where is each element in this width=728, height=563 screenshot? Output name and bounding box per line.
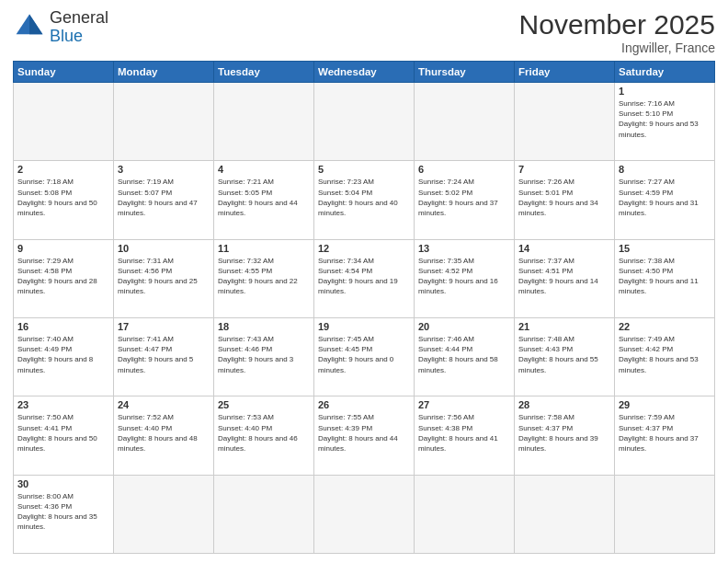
- header: General Blue November 2025 Ingwiller, Fr…: [13, 9, 715, 55]
- day-info: Sunrise: 7:21 AMSunset: 5:05 PMDaylight:…: [218, 177, 310, 218]
- day-cell: [114, 83, 214, 161]
- day-number: 29: [619, 399, 711, 410]
- weekday-saturday: Saturday: [615, 62, 715, 83]
- week-row-1: 2Sunrise: 7:18 AMSunset: 5:08 PMDaylight…: [14, 161, 715, 239]
- day-cell: 23Sunrise: 7:50 AMSunset: 4:41 PMDayligh…: [14, 396, 114, 475]
- day-number: 2: [17, 164, 109, 175]
- week-row-4: 23Sunrise: 7:50 AMSunset: 4:41 PMDayligh…: [14, 396, 715, 475]
- logo-text: General Blue: [50, 9, 108, 46]
- day-cell: 8Sunrise: 7:27 AMSunset: 4:59 PMDaylight…: [615, 161, 715, 239]
- day-cell: 20Sunrise: 7:46 AMSunset: 4:44 PMDayligh…: [415, 317, 515, 396]
- day-number: 30: [17, 478, 109, 489]
- day-number: 11: [218, 243, 310, 254]
- day-info: Sunrise: 7:19 AMSunset: 5:07 PMDaylight:…: [118, 177, 210, 218]
- day-cell: 12Sunrise: 7:34 AMSunset: 4:54 PMDayligh…: [314, 239, 415, 317]
- day-cell: 2Sunrise: 7:18 AMSunset: 5:08 PMDaylight…: [14, 161, 114, 239]
- day-cell: [515, 475, 615, 553]
- day-cell: 21Sunrise: 7:48 AMSunset: 4:43 PMDayligh…: [515, 317, 615, 396]
- day-number: 20: [418, 321, 510, 332]
- day-info: Sunrise: 7:40 AMSunset: 4:49 PMDaylight:…: [17, 334, 109, 375]
- day-info: Sunrise: 7:46 AMSunset: 4:44 PMDaylight:…: [418, 334, 510, 375]
- day-info: Sunrise: 7:43 AMSunset: 4:46 PMDaylight:…: [218, 334, 310, 375]
- day-cell: [214, 475, 314, 553]
- day-number: 24: [118, 399, 210, 410]
- day-info: Sunrise: 7:59 AMSunset: 4:37 PMDaylight:…: [619, 412, 711, 454]
- weekday-monday: Monday: [114, 62, 214, 83]
- day-cell: 28Sunrise: 7:58 AMSunset: 4:37 PMDayligh…: [515, 396, 615, 475]
- day-number: 12: [318, 243, 410, 254]
- svg-marker-1: [29, 14, 42, 34]
- day-number: 4: [218, 164, 310, 175]
- day-number: 17: [118, 321, 210, 332]
- day-info: Sunrise: 7:16 AMSunset: 5:10 PMDaylight:…: [619, 98, 711, 140]
- month-year-title: November 2025: [519, 9, 715, 40]
- day-number: 23: [17, 399, 109, 410]
- page: General Blue November 2025 Ingwiller, Fr…: [0, 0, 728, 563]
- day-cell: 24Sunrise: 7:52 AMSunset: 4:40 PMDayligh…: [114, 396, 214, 475]
- day-cell: 19Sunrise: 7:45 AMSunset: 4:45 PMDayligh…: [314, 317, 415, 396]
- day-number: 27: [418, 399, 510, 410]
- day-number: 15: [619, 243, 711, 254]
- day-cell: 7Sunrise: 7:26 AMSunset: 5:01 PMDaylight…: [515, 161, 615, 239]
- weekday-wednesday: Wednesday: [314, 62, 415, 83]
- day-cell: 25Sunrise: 7:53 AMSunset: 4:40 PMDayligh…: [214, 396, 314, 475]
- weekday-sunday: Sunday: [14, 62, 114, 83]
- logo-blue: Blue: [50, 28, 108, 46]
- day-cell: [214, 83, 314, 161]
- day-info: Sunrise: 7:50 AMSunset: 4:41 PMDaylight:…: [17, 412, 109, 454]
- day-cell: 27Sunrise: 7:56 AMSunset: 4:38 PMDayligh…: [415, 396, 515, 475]
- week-row-2: 9Sunrise: 7:29 AMSunset: 4:58 PMDaylight…: [14, 239, 715, 317]
- day-cell: 5Sunrise: 7:23 AMSunset: 5:04 PMDaylight…: [314, 161, 415, 239]
- day-number: 8: [619, 164, 711, 175]
- weekday-thursday: Thursday: [415, 62, 515, 83]
- day-number: 28: [518, 399, 610, 410]
- day-info: Sunrise: 7:18 AMSunset: 5:08 PMDaylight:…: [17, 177, 109, 218]
- day-cell: 22Sunrise: 7:49 AMSunset: 4:42 PMDayligh…: [615, 317, 715, 396]
- day-cell: 18Sunrise: 7:43 AMSunset: 4:46 PMDayligh…: [214, 317, 314, 396]
- day-info: Sunrise: 7:38 AMSunset: 4:50 PMDaylight:…: [619, 256, 711, 297]
- day-number: 21: [518, 321, 610, 332]
- day-info: Sunrise: 7:53 AMSunset: 4:40 PMDaylight:…: [218, 412, 310, 454]
- location-subtitle: Ingwiller, France: [519, 40, 715, 55]
- day-info: Sunrise: 7:32 AMSunset: 4:55 PMDaylight:…: [218, 256, 310, 297]
- day-cell: 6Sunrise: 7:24 AMSunset: 5:02 PMDaylight…: [415, 161, 515, 239]
- day-number: 14: [518, 243, 610, 254]
- logo: General Blue: [13, 9, 108, 46]
- day-cell: 29Sunrise: 7:59 AMSunset: 4:37 PMDayligh…: [615, 396, 715, 475]
- title-block: November 2025 Ingwiller, France: [519, 9, 715, 55]
- day-info: Sunrise: 7:49 AMSunset: 4:42 PMDaylight:…: [619, 334, 711, 375]
- day-info: Sunrise: 7:58 AMSunset: 4:37 PMDaylight:…: [518, 412, 610, 454]
- day-cell: 11Sunrise: 7:32 AMSunset: 4:55 PMDayligh…: [214, 239, 314, 317]
- day-info: Sunrise: 7:24 AMSunset: 5:02 PMDaylight:…: [418, 177, 510, 218]
- day-cell: 13Sunrise: 7:35 AMSunset: 4:52 PMDayligh…: [415, 239, 515, 317]
- day-cell: [615, 475, 715, 553]
- day-number: 13: [418, 243, 510, 254]
- day-info: Sunrise: 7:27 AMSunset: 4:59 PMDaylight:…: [619, 177, 711, 218]
- day-number: 16: [17, 321, 109, 332]
- day-info: Sunrise: 8:00 AMSunset: 4:36 PMDaylight:…: [17, 491, 109, 533]
- day-number: 10: [118, 243, 210, 254]
- weekday-friday: Friday: [515, 62, 615, 83]
- day-cell: [314, 475, 415, 553]
- day-number: 18: [218, 321, 310, 332]
- day-info: Sunrise: 7:34 AMSunset: 4:54 PMDaylight:…: [318, 256, 410, 297]
- day-number: 7: [518, 164, 610, 175]
- day-cell: 16Sunrise: 7:40 AMSunset: 4:49 PMDayligh…: [14, 317, 114, 396]
- day-info: Sunrise: 7:29 AMSunset: 4:58 PMDaylight:…: [17, 256, 109, 297]
- week-row-3: 16Sunrise: 7:40 AMSunset: 4:49 PMDayligh…: [14, 317, 715, 396]
- calendar-table: SundayMondayTuesdayWednesdayThursdayFrid…: [13, 61, 715, 554]
- day-info: Sunrise: 7:23 AMSunset: 5:04 PMDaylight:…: [318, 177, 410, 218]
- day-info: Sunrise: 7:55 AMSunset: 4:39 PMDaylight:…: [318, 412, 410, 454]
- day-cell: [314, 83, 415, 161]
- day-number: 9: [17, 243, 109, 254]
- day-cell: [415, 475, 515, 553]
- day-number: 26: [318, 399, 410, 410]
- week-row-0: 1Sunrise: 7:16 AMSunset: 5:10 PMDaylight…: [14, 83, 715, 161]
- day-cell: [415, 83, 515, 161]
- day-number: 19: [318, 321, 410, 332]
- logo-general: General: [50, 9, 108, 28]
- day-info: Sunrise: 7:37 AMSunset: 4:51 PMDaylight:…: [518, 256, 610, 297]
- day-info: Sunrise: 7:26 AMSunset: 5:01 PMDaylight:…: [518, 177, 610, 218]
- day-info: Sunrise: 7:48 AMSunset: 4:43 PMDaylight:…: [518, 334, 610, 375]
- day-number: 22: [619, 321, 711, 332]
